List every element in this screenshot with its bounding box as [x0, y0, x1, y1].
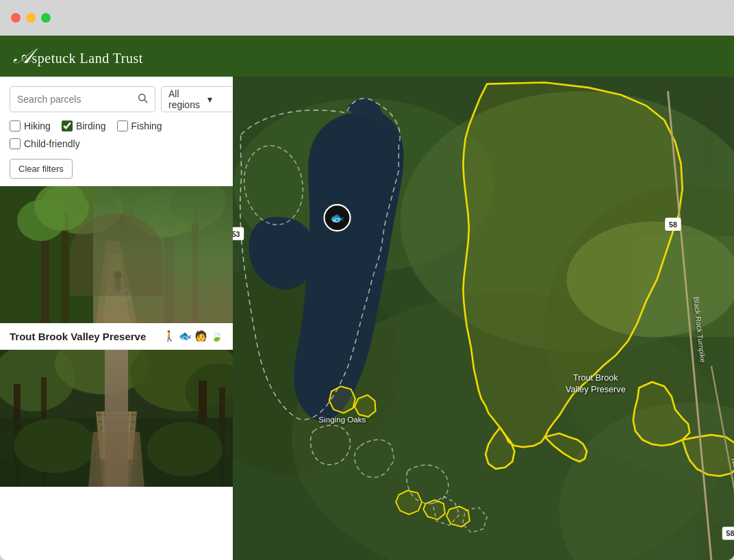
checkbox-row-2: Child-friendly [10, 138, 223, 149]
svg-point-21 [105, 289, 116, 300]
titlebar [0, 0, 734, 36]
parcel-image-trout-brook [0, 186, 233, 323]
svg-point-48 [147, 422, 223, 476]
region-select-value: All regions [168, 88, 203, 110]
hiking-label: Hiking [24, 120, 51, 131]
svg-rect-11 [192, 207, 199, 323]
region-select[interactable]: All regions ▾ [161, 86, 233, 112]
svg-rect-8 [41, 227, 49, 323]
search-icon [137, 92, 148, 106]
svg-point-22 [119, 289, 130, 300]
svg-line-20 [118, 288, 124, 292]
svg-text:Singing Oaks: Singing Oaks [318, 415, 366, 424]
svg-rect-10 [164, 220, 174, 323]
child-friendly-filter[interactable]: Child-friendly [10, 138, 80, 149]
map-container[interactable]: 🐟 53 58 58 Black Rock Turnpike Norton Rd… [233, 77, 734, 560]
bird-icon: 🐟 [179, 330, 192, 342]
app-header: 𝒜spetuck Land Trust [0, 36, 734, 77]
birding-label: Birding [76, 120, 106, 131]
logo: 𝒜spetuck Land Trust [14, 44, 143, 68]
fishing-checkbox[interactable] [117, 120, 128, 131]
parcel-list: Trout Brook Valley Preserve 🚶 🐟 🧑 🍃 [0, 186, 233, 560]
svg-text:58: 58 [669, 220, 677, 229]
parcel-name-1: Trout Brook Valley Preserve [10, 331, 146, 342]
svg-text:🐟: 🐟 [330, 211, 345, 225]
svg-line-1 [144, 100, 147, 103]
svg-rect-18 [115, 279, 121, 292]
hiker-icon: 🚶 [163, 330, 176, 342]
checkbox-row: Hiking Birding Fishing [10, 120, 223, 131]
parcel-image-boardwalk [0, 350, 233, 487]
fishing-label: Fishing [131, 120, 162, 131]
hiking-filter[interactable]: Hiking [10, 120, 51, 131]
svg-text:Trout Brook: Trout Brook [573, 373, 618, 383]
window: 𝒜spetuck Land Trust [0, 0, 734, 560]
svg-text:58: 58 [726, 529, 734, 537]
svg-line-19 [112, 288, 118, 292]
parcel-card-trout-brook[interactable]: Trout Brook Valley Preserve 🚶 🐟 🧑 🍃 [0, 186, 233, 350]
search-box[interactable] [10, 86, 155, 112]
svg-line-42 [103, 411, 106, 487]
svg-marker-7 [103, 255, 130, 323]
search-row: All regions ▾ [10, 86, 223, 112]
chevron-down-icon: ▾ [207, 94, 233, 105]
hiking-checkbox[interactable] [10, 120, 21, 131]
svg-marker-6 [96, 241, 137, 323]
parcel-icons-1: 🚶 🐟 🧑 🍃 [163, 330, 223, 342]
clear-filters-button[interactable]: Clear filters [10, 159, 73, 179]
svg-point-15 [169, 186, 221, 224]
svg-text:53: 53 [233, 230, 240, 238]
child-friendly-checkbox[interactable] [10, 138, 21, 149]
svg-point-17 [114, 271, 122, 279]
close-button[interactable] [11, 13, 21, 23]
filter-section: All regions ▾ Hiking Birding [0, 77, 233, 186]
main-content: All regions ▾ Hiking Birding [0, 77, 734, 560]
svg-marker-33 [96, 411, 137, 487]
sidebar: All regions ▾ Hiking Birding [0, 77, 233, 560]
minimize-button[interactable] [26, 13, 36, 23]
svg-point-47 [14, 418, 96, 473]
svg-point-5 [116, 186, 226, 234]
svg-point-14 [134, 190, 195, 238]
svg-text:Valley Preserve: Valley Preserve [566, 385, 626, 394]
child-friendly-label: Child-friendly [24, 138, 80, 149]
parcel-title-row-1: Trout Brook Valley Preserve 🚶 🐟 🧑 🍃 [0, 323, 233, 349]
parcel-card-boardwalk[interactable] [0, 350, 233, 487]
maximize-button[interactable] [41, 13, 51, 23]
birding-filter[interactable]: Birding [62, 120, 106, 131]
birding-checkbox[interactable] [62, 120, 73, 131]
search-input[interactable] [17, 94, 137, 105]
leaf-icon: 🍃 [210, 330, 223, 342]
fishing-filter[interactable]: Fishing [117, 120, 162, 131]
person-icon: 🧑 [194, 330, 207, 342]
